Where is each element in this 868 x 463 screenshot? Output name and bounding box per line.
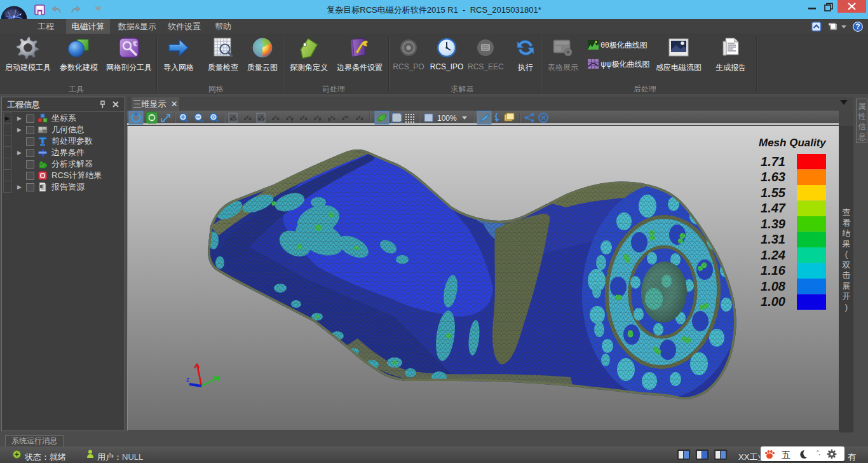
svg-text:z: z [186,376,189,383]
svg-text:zxy: zxy [286,114,294,121]
svg-text:1.39: 1.39 [761,217,786,231]
svg-text:zyx: zyx [272,114,280,121]
svg-text:1.55: 1.55 [761,186,786,200]
svg-text:五: 五 [782,450,790,460]
svg-text:100%: 100% [437,114,457,123]
svg-text:1.08: 1.08 [761,279,786,293]
svg-text:1.31: 1.31 [761,232,785,246]
svg-text:zxy: zxy [314,114,322,121]
svg-text:Mesh Quality: Mesh Quality [759,137,827,149]
svg-text:yxz: yxz [328,114,336,121]
svg-text:zyx: zyx [356,114,363,121]
svg-text:1.16: 1.16 [761,263,786,277]
svg-text:zyx: zyx [244,114,252,121]
svg-text:?: ? [855,22,860,31]
svg-text:zyx: zyx [342,114,349,121]
svg-text:xyz: xyz [258,114,266,121]
svg-text:1.63: 1.63 [761,170,785,184]
svg-text:1.24: 1.24 [761,248,785,262]
svg-text:°,: °, [817,450,820,456]
svg-text:1.71: 1.71 [761,155,785,169]
svg-text:1.47: 1.47 [761,201,786,215]
svg-text:xyz: xyz [230,114,238,121]
svg-text:zyx: zyx [300,114,308,121]
svg-text:1.00: 1.00 [761,294,785,308]
